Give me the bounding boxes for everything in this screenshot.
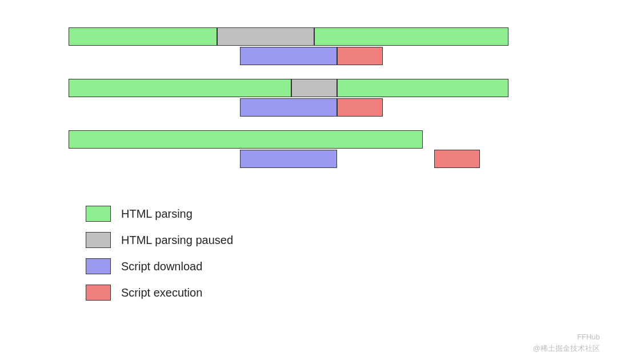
row2-html-parsing-1 <box>69 79 291 97</box>
timeline-row-1 <box>69 23 537 57</box>
legend-item-script-download: Script download <box>86 258 233 274</box>
legend-item-html-paused: HTML parsing paused <box>86 232 233 248</box>
row1-html-parsing-2 <box>314 27 508 46</box>
row1-html-paused <box>217 27 314 46</box>
legend-label-script-download: Script download <box>121 260 202 273</box>
row2-html-parsing-2 <box>337 79 508 97</box>
legend-swatch-script-download <box>86 258 111 274</box>
row3-html-parsing-1 <box>69 130 423 149</box>
timeline-row-3 <box>69 126 537 160</box>
row2-html-paused <box>291 79 337 97</box>
legend-label-html-parsing: HTML parsing <box>121 207 193 221</box>
legend: HTML parsing HTML parsing paused Script … <box>86 206 233 311</box>
legend-swatch-html-paused <box>86 232 111 248</box>
watermark: FFHub @稀土掘金技术社区 <box>533 331 600 354</box>
row2-script-execution <box>337 98 383 117</box>
row3-script-download <box>240 150 337 168</box>
legend-label-script-execution: Script execution <box>121 286 202 299</box>
legend-label-html-paused: HTML parsing paused <box>121 234 233 247</box>
row2-script-download <box>240 98 337 117</box>
legend-swatch-html-parsing <box>86 206 111 222</box>
row1-html-parsing-1 <box>69 27 217 46</box>
watermark-line1: FFHub <box>533 331 600 343</box>
row1-script-execution <box>337 47 383 65</box>
diagram-container <box>69 23 537 177</box>
row3-script-execution <box>434 150 480 168</box>
watermark-line2: @稀土掘金技术社区 <box>533 343 600 354</box>
row1-script-download <box>240 47 337 65</box>
legend-item-script-execution: Script execution <box>86 285 233 301</box>
legend-swatch-script-execution <box>86 285 111 301</box>
legend-item-html-parsing: HTML parsing <box>86 206 233 222</box>
timeline-row-2 <box>69 74 537 109</box>
